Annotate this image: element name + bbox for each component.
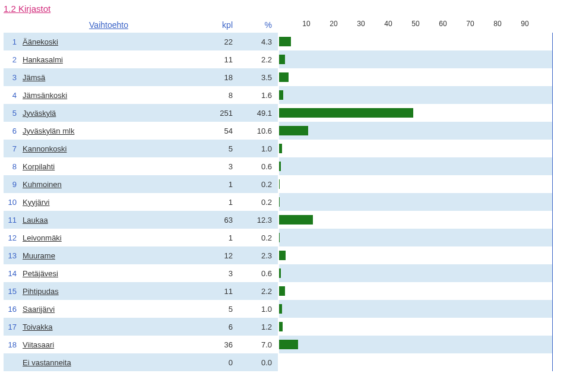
row-name[interactable]: Kuhmoinen (21, 180, 195, 189)
axis-tick: 50 (411, 20, 419, 28)
bar (279, 322, 283, 331)
axis-tick: 30 (357, 20, 365, 28)
row-pct: 1.0 (236, 305, 278, 314)
row-pct: 0.2 (236, 180, 278, 189)
axis-tick: 70 (466, 20, 474, 28)
bar-row (279, 68, 552, 86)
row-name[interactable]: Muurame (21, 251, 195, 260)
bar-row (279, 50, 552, 68)
table-row: 11Laukaa6312.3 (4, 211, 278, 229)
row-kpl: 12 (195, 251, 236, 260)
axis-tick: 10 (302, 20, 310, 28)
bar (279, 233, 280, 242)
content: Vaihtoehto kpl % 1Äänekoski224.32Hankasa… (4, 17, 564, 371)
row-kpl: 54 (195, 127, 236, 135)
row-name[interactable]: Jyväskylä (21, 109, 195, 118)
bar-row (279, 157, 552, 175)
row-kpl: 251 (195, 109, 236, 118)
row-name[interactable]: Leivonmäki (21, 233, 195, 242)
row-pct: 0.2 (236, 233, 278, 242)
bar-row (279, 33, 552, 50)
chart-area (279, 33, 552, 371)
bar-row (279, 140, 552, 157)
axis-tick: 90 (521, 20, 528, 28)
row-name[interactable]: Korpilahti (21, 162, 195, 171)
bar (279, 179, 280, 189)
table-row: 17Toivakka61.2 (4, 318, 278, 336)
row-pct: 2.2 (236, 287, 278, 296)
row-name[interactable]: Jämsä (21, 73, 195, 82)
bar (279, 126, 308, 135)
row-pct: 4.3 (236, 37, 278, 46)
bar (279, 268, 281, 278)
axis-tick: 80 (493, 20, 501, 28)
row-kpl: 0 (195, 358, 236, 367)
bar-chart: 102030405060708090 (278, 17, 564, 371)
row-kpl: 36 (195, 340, 236, 349)
row-name[interactable]: Kyyjärvi (21, 198, 195, 207)
row-index: 3 (4, 73, 21, 82)
bar (279, 90, 283, 100)
axis-tick: 60 (439, 20, 446, 28)
row-name[interactable]: Viitasaari (21, 340, 195, 349)
row-name[interactable]: Saarijärvi (21, 305, 195, 314)
table-row: 16Saarijärvi51.0 (4, 300, 278, 318)
row-kpl: 3 (195, 162, 236, 171)
bar-row (279, 175, 552, 193)
bar (279, 144, 282, 153)
row-name[interactable]: Jämsänkoski (21, 91, 195, 100)
bar-row (279, 193, 552, 211)
bar-row (279, 264, 552, 282)
bar (279, 251, 286, 260)
row-name[interactable]: Pihtipudas (21, 287, 195, 296)
table-row: 6Jyväskylän mlk5410.6 (4, 122, 278, 140)
bar-row (279, 211, 552, 229)
row-kpl: 22 (195, 37, 236, 46)
row-kpl: 6 (195, 323, 236, 331)
row-index: 18 (4, 340, 21, 349)
bar (279, 340, 298, 349)
row-pct: 10.6 (236, 127, 278, 135)
table-row: 2Hankasalmi112.2 (4, 50, 278, 68)
header-name: Vaihtoehto (21, 20, 195, 30)
row-pct: 2.3 (236, 251, 278, 260)
bar (279, 162, 281, 171)
bar-row (279, 104, 552, 122)
table-row: 7Kannonkoski51.0 (4, 140, 278, 157)
table-row: 1Äänekoski224.3 (4, 33, 278, 50)
row-index: 16 (4, 305, 21, 314)
row-index: 8 (4, 162, 21, 171)
header-pct: % (236, 20, 278, 30)
row-kpl: 1 (195, 233, 236, 242)
bar-row (279, 229, 552, 246)
row-name[interactable]: Laukaa (21, 216, 195, 225)
row-index: 17 (4, 323, 21, 331)
bar (279, 197, 280, 207)
table-row: 18Viitasaari367.0 (4, 336, 278, 353)
row-name[interactable]: Petäjävesi (21, 269, 195, 278)
table-row: 15Pihtipudas112.2 (4, 282, 278, 300)
header-kpl: kpl (195, 20, 236, 30)
row-name[interactable]: Jyväskylän mlk (21, 127, 195, 135)
row-name[interactable]: Ei vastanneita (21, 358, 195, 367)
bar-row (279, 246, 552, 264)
bar-row (279, 336, 552, 353)
bar-row (279, 318, 552, 336)
row-pct: 0.0 (236, 358, 278, 367)
row-name[interactable]: Kannonkoski (21, 144, 195, 153)
row-index: 11 (4, 216, 21, 225)
row-index: 9 (4, 180, 21, 189)
table-row: 4Jämsänkoski81.6 (4, 86, 278, 104)
row-name[interactable]: Äänekoski (21, 37, 195, 46)
table-row: 5Jyväskylä25149.1 (4, 104, 278, 122)
bar (279, 55, 285, 64)
table-row: 8Korpilahti30.6 (4, 157, 278, 175)
row-name[interactable]: Hankasalmi (21, 55, 195, 64)
row-kpl: 3 (195, 269, 236, 278)
table-row: 3Jämsä183.5 (4, 68, 278, 86)
row-kpl: 1 (195, 180, 236, 189)
row-kpl: 1 (195, 198, 236, 207)
table-row: 9Kuhmoinen10.2 (4, 175, 278, 193)
row-name[interactable]: Toivakka (21, 323, 195, 331)
row-index: 5 (4, 109, 21, 118)
